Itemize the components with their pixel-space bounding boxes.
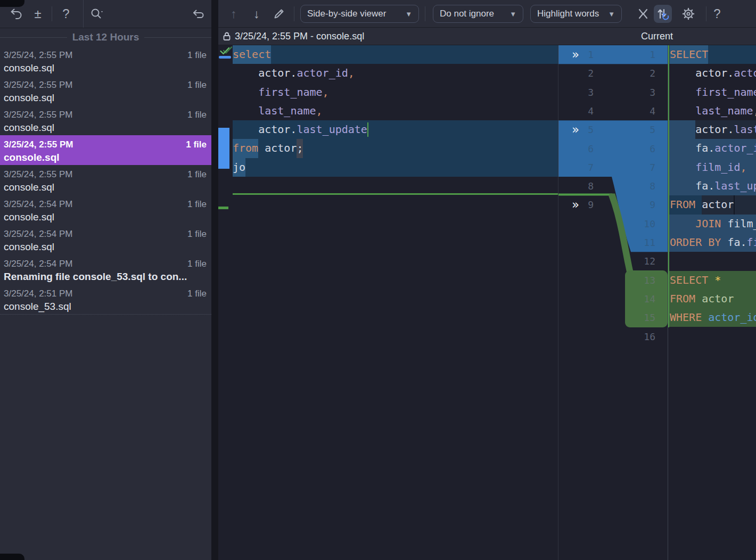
entry-file-count: 1 file xyxy=(187,228,207,240)
right-editor[interactable]: SELECT actor.actor_id, first_name, last_… xyxy=(668,45,756,560)
line-number: 15 xyxy=(621,308,655,327)
code-line[interactable]: select xyxy=(218,45,558,64)
entry-time: 3/25/24, 2:55 PM xyxy=(4,168,72,180)
line-number: 5 xyxy=(621,120,655,139)
history-entry[interactable]: 3/25/24, 2:55 PM1 fileconsole.sql xyxy=(0,76,211,105)
entry-label: console.sql xyxy=(4,151,207,164)
code-line[interactable]: last_name, xyxy=(218,102,558,120)
code-line[interactable]: FROM actor xyxy=(668,195,756,214)
viewer-mode-dropdown[interactable]: Side-by-side viewer ▼ xyxy=(300,5,419,23)
code-line[interactable]: last_name, xyxy=(668,102,756,120)
history-list: 3/25/24, 2:55 PM1 fileconsole.sql3/25/24… xyxy=(0,46,211,315)
history-entry[interactable]: 3/25/24, 2:55 PM1 fileconsole.sql xyxy=(0,165,211,195)
history-entry[interactable]: 3/25/24, 2:55 PM1 fileconsole.sql xyxy=(0,135,211,165)
code-line[interactable]: fa.actor_id, xyxy=(668,139,756,158)
next-difference-icon[interactable]: ↓ xyxy=(249,0,265,28)
rollback-icon[interactable] xyxy=(190,0,207,28)
entry-file-count: 1 file xyxy=(186,138,207,151)
toolbar-divider xyxy=(294,6,294,21)
chevron-down-icon: ▼ xyxy=(405,10,412,18)
code-line[interactable]: FROM actor xyxy=(668,290,756,308)
code-line[interactable]: JOIN film_actor fa xyxy=(668,215,756,233)
code-line[interactable]: ORDER BY fa.film_id xyxy=(668,233,756,252)
diff-viewer: ↑ ↓ Side-by-side viewer ▼ Do not ignore … xyxy=(218,0,756,560)
line-number: 7 xyxy=(621,158,655,177)
line-number: 8 xyxy=(566,177,594,195)
diff-plus-minus-icon[interactable]: ± xyxy=(29,0,46,28)
insertion-point-line xyxy=(233,193,558,195)
line-number: 3 xyxy=(621,83,655,102)
edit-icon[interactable] xyxy=(271,0,287,28)
code-line[interactable]: first_name, xyxy=(218,83,558,102)
code-line[interactable] xyxy=(218,195,558,214)
gutter-change-marker[interactable] xyxy=(219,56,231,59)
code-line[interactable]: actor.last_update xyxy=(668,120,756,139)
gutter-change-marker[interactable] xyxy=(218,128,229,169)
local-history-sidebar: ± ? Last 12 Hours 3/25/24, 2:55 PM1 file… xyxy=(0,0,211,560)
history-entry[interactable]: 3/25/24, 2:55 PM1 fileconsole.sql xyxy=(0,105,211,135)
highlight-mode-dropdown[interactable]: Highlight words ▼ xyxy=(530,5,622,23)
code-line[interactable]: from actor; xyxy=(218,139,558,158)
right-version-title: Current xyxy=(558,28,756,45)
entry-label: console.sql xyxy=(4,180,207,194)
entry-file-count: 1 file xyxy=(187,287,207,300)
line-number: 4 xyxy=(566,102,594,120)
settings-gear-icon[interactable] xyxy=(680,0,696,28)
code-line[interactable] xyxy=(668,252,756,270)
panel-splitter[interactable] xyxy=(211,0,218,560)
ignore-policy-dropdown[interactable]: Do not ignore ▼ xyxy=(433,5,523,23)
apply-change-chevron-icon[interactable]: » xyxy=(568,120,583,139)
diff-gutter: 1»2345»6789»12345678910111213141516 xyxy=(558,45,668,560)
lock-icon xyxy=(223,31,231,41)
line-number: 6 xyxy=(566,139,594,158)
code-line[interactable]: fa.last_update xyxy=(668,177,756,195)
line-number: 1 xyxy=(621,45,655,64)
gutter-insert-marker[interactable] xyxy=(218,207,228,209)
code-line[interactable]: jo xyxy=(218,158,558,177)
entry-label: console.sql xyxy=(4,61,207,75)
code-line[interactable]: SELECT * xyxy=(668,271,756,290)
help-icon[interactable]: ? xyxy=(57,0,75,28)
entry-time: 3/25/24, 2:54 PM xyxy=(4,228,72,240)
apply-change-chevron-icon[interactable]: » xyxy=(568,45,583,64)
history-entry[interactable]: 3/25/24, 2:54 PM1 fileconsole.sql xyxy=(0,225,211,254)
window-corner xyxy=(0,0,24,7)
code-line[interactable]: actor.actor_id, xyxy=(668,64,756,83)
code-line[interactable]: SELECT xyxy=(668,45,756,64)
history-entry[interactable]: 3/25/24, 2:54 PM1 fileconsole.sql xyxy=(0,195,211,225)
collapse-unchanged-icon[interactable] xyxy=(635,0,651,28)
code-line[interactable]: film_id, xyxy=(668,158,756,177)
history-entry[interactable]: 3/25/24, 2:54 PM1 fileRenaming file cons… xyxy=(0,254,211,284)
code-line[interactable] xyxy=(668,327,756,345)
code-line[interactable]: actor.last_update xyxy=(218,120,558,139)
search-icon xyxy=(89,0,105,28)
sync-scrolling-toggle[interactable] xyxy=(654,5,672,23)
entry-file-count: 1 file xyxy=(187,49,207,61)
history-entry[interactable]: 3/25/24, 2:55 PM1 fileconsole.sql xyxy=(0,46,211,76)
entry-time: 3/25/24, 2:55 PM xyxy=(4,49,72,61)
entry-label: console.sql xyxy=(4,91,207,104)
entry-file-count: 1 file xyxy=(187,109,207,121)
search-field[interactable] xyxy=(83,0,211,28)
line-number: 3 xyxy=(566,83,594,102)
toolbar-divider xyxy=(52,6,52,21)
line-number: 14 xyxy=(621,290,655,308)
code-line[interactable]: first_name, xyxy=(668,83,756,102)
line-number: 16 xyxy=(621,327,655,346)
apply-change-chevron-icon[interactable]: » xyxy=(568,195,583,214)
previous-difference-icon[interactable]: ↑ xyxy=(226,0,242,28)
toolbar-divider xyxy=(425,6,425,21)
code-line[interactable]: WHERE actor_id xyxy=(668,308,756,327)
history-entry[interactable]: 3/25/24, 2:51 PM1 fileconsole_53.sql xyxy=(0,284,211,314)
left-version-title: 3/25/24, 2:55 PM - console.sql xyxy=(223,28,364,45)
applied-check-icon xyxy=(219,46,233,57)
window-corner xyxy=(0,554,24,560)
entry-time: 3/25/24, 2:55 PM xyxy=(4,109,72,121)
entry-time: 3/25/24, 2:51 PM xyxy=(4,287,72,300)
left-editor[interactable]: select actor.actor_id, first_name, last_… xyxy=(218,45,558,560)
code-line[interactable]: actor.actor_id, xyxy=(218,64,558,83)
help-icon[interactable]: ? xyxy=(709,0,725,28)
line-number: 2 xyxy=(566,64,594,83)
inserted-block-border xyxy=(668,45,669,327)
line-number: 2 xyxy=(621,64,655,83)
